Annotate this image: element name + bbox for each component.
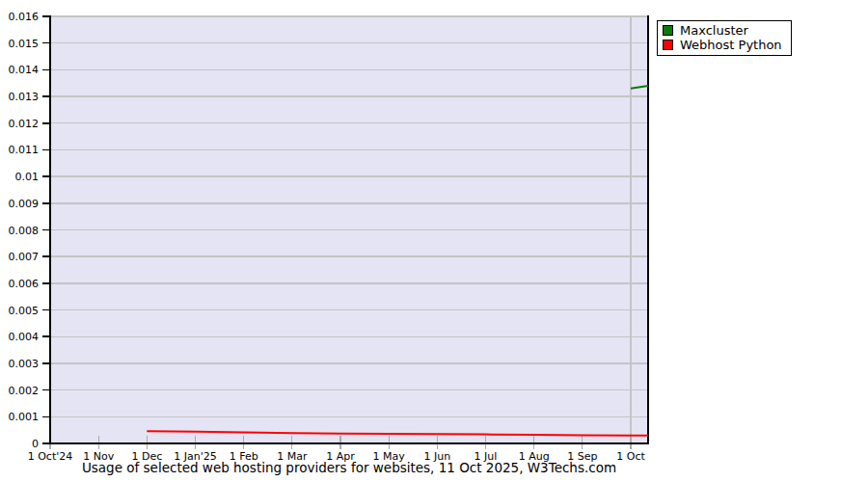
y-tick-label: 0.001	[9, 411, 40, 423]
y-tick-label: 0.008	[9, 225, 40, 237]
y-tick-label: 0.004	[9, 331, 40, 343]
y-tick-label: 0.016	[9, 11, 40, 23]
legend-item-label: Maxcluster	[680, 23, 748, 38]
y-tick-label: 0.015	[9, 38, 40, 50]
legend-item: Maxcluster	[663, 23, 782, 38]
y-tick-label: 0.005	[9, 305, 40, 317]
y-tick-label: 0.003	[9, 358, 40, 370]
y-tick-label: 0.009	[9, 198, 40, 210]
legend: MaxclusterWebhost Python	[657, 20, 792, 56]
y-tick-label: 0.01	[15, 171, 40, 183]
usage-chart: 0.0160.0150.0140.0130.0120.0110.010.0090…	[0, 0, 868, 482]
y-tick-label: 0.002	[9, 385, 40, 397]
legend-swatch	[663, 40, 673, 50]
legend-item-label: Webhost Python	[680, 38, 782, 52]
y-tick-label: 0	[32, 438, 39, 450]
y-tick-label: 0.011	[9, 144, 40, 156]
y-tick-label: 0.014	[9, 64, 40, 76]
chart-canvas: 0.0160.0150.0140.0130.0120.0110.010.0090…	[0, 0, 868, 482]
legend-swatch	[663, 25, 673, 36]
y-tick-label: 0.007	[9, 251, 40, 263]
chart-title: Usage of selected web hosting providers …	[50, 460, 648, 475]
legend-item: Webhost Python	[663, 38, 782, 52]
y-tick-label: 0.012	[9, 118, 40, 130]
y-tick-label: 0.006	[9, 278, 40, 290]
y-tick-label: 0.013	[9, 91, 40, 103]
